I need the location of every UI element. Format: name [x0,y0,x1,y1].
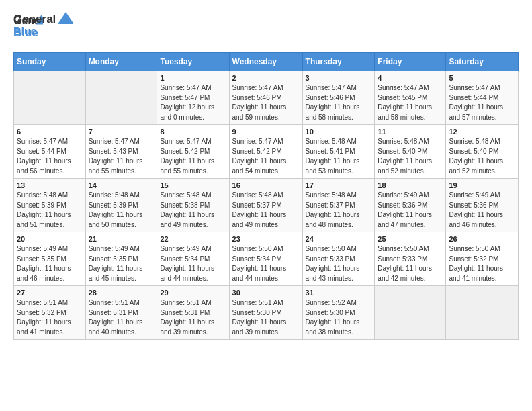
day-number: 8 [160,128,226,136]
day-number: 22 [160,235,226,243]
calendar-header-tuesday: Tuesday [157,53,229,71]
day-info: Sunrise: 5:48 AMSunset: 5:41 PMDaylight:… [306,137,372,176]
logo-svg: General Blue [13,11,81,44]
day-info: Sunrise: 5:48 AMSunset: 5:38 PMDaylight:… [160,191,226,230]
day-info: Sunrise: 5:51 AMSunset: 5:31 PMDaylight:… [89,298,154,337]
day-info: Sunrise: 5:48 AMSunset: 5:37 PMDaylight:… [232,191,300,230]
day-info: Sunrise: 5:52 AMSunset: 5:30 PMDaylight:… [306,298,372,337]
day-number: 2 [232,74,300,82]
calendar-cell: 7Sunrise: 5:47 AMSunset: 5:43 PMDaylight… [85,125,157,179]
calendar-week-2: 6Sunrise: 5:47 AMSunset: 5:44 PMDaylight… [14,125,519,179]
calendar-header-thursday: Thursday [302,53,375,71]
day-number: 21 [89,235,154,243]
calendar-cell: 13Sunrise: 5:48 AMSunset: 5:39 PMDayligh… [14,179,86,232]
day-number: 13 [17,181,83,189]
calendar-cell: 5Sunrise: 5:47 AMSunset: 5:44 PMDaylight… [446,71,519,125]
day-info: Sunrise: 5:47 AMSunset: 5:46 PMDaylight:… [232,83,300,122]
calendar-cell: 31Sunrise: 5:52 AMSunset: 5:30 PMDayligh… [302,286,375,340]
calendar-cell: 26Sunrise: 5:50 AMSunset: 5:32 PMDayligh… [446,232,519,286]
calendar-week-5: 27Sunrise: 5:51 AMSunset: 5:32 PMDayligh… [14,286,519,340]
calendar-header-monday: Monday [85,53,157,71]
svg-text:General: General [13,13,56,26]
calendar-cell [14,71,86,125]
day-number: 27 [17,289,83,297]
day-info: Sunrise: 5:47 AMSunset: 5:46 PMDaylight:… [306,83,372,122]
calendar-cell: 10Sunrise: 5:48 AMSunset: 5:41 PMDayligh… [302,125,375,179]
calendar-cell: 24Sunrise: 5:50 AMSunset: 5:33 PMDayligh… [302,232,375,286]
calendar-week-3: 13Sunrise: 5:48 AMSunset: 5:39 PMDayligh… [14,179,519,232]
day-number: 9 [232,128,300,136]
calendar-cell: 2Sunrise: 5:47 AMSunset: 5:46 PMDaylight… [229,71,302,125]
calendar-cell: 14Sunrise: 5:48 AMSunset: 5:39 PMDayligh… [85,179,157,232]
day-number: 1 [160,74,226,82]
calendar-cell: 29Sunrise: 5:51 AMSunset: 5:31 PMDayligh… [157,286,229,340]
day-number: 11 [378,128,443,136]
day-number: 20 [17,235,83,243]
day-info: Sunrise: 5:49 AMSunset: 5:35 PMDaylight:… [17,244,83,283]
calendar-cell [375,286,446,340]
calendar-header-row: SundayMondayTuesdayWednesdayThursdayFrid… [14,53,519,71]
day-info: Sunrise: 5:51 AMSunset: 5:32 PMDaylight:… [17,298,83,337]
day-number: 3 [306,74,372,82]
day-info: Sunrise: 5:48 AMSunset: 5:37 PMDaylight:… [306,191,372,230]
calendar-cell: 4Sunrise: 5:47 AMSunset: 5:45 PMDaylight… [375,71,446,125]
day-info: Sunrise: 5:49 AMSunset: 5:34 PMDaylight:… [160,244,226,283]
day-number: 17 [306,181,372,189]
day-number: 25 [378,235,443,243]
calendar-cell: 18Sunrise: 5:49 AMSunset: 5:36 PMDayligh… [375,179,446,232]
calendar-cell: 11Sunrise: 5:48 AMSunset: 5:40 PMDayligh… [375,125,446,179]
calendar-cell: 15Sunrise: 5:48 AMSunset: 5:38 PMDayligh… [157,179,229,232]
calendar-table: SundayMondayTuesdayWednesdayThursdayFrid… [13,52,519,340]
day-number: 30 [232,289,300,297]
calendar-cell: 28Sunrise: 5:51 AMSunset: 5:31 PMDayligh… [85,286,157,340]
page: General Blue General Blue SundayMondayTu… [0,0,532,411]
day-info: Sunrise: 5:48 AMSunset: 5:40 PMDaylight:… [449,137,515,176]
day-info: Sunrise: 5:47 AMSunset: 5:45 PMDaylight:… [378,83,443,122]
day-info: Sunrise: 5:51 AMSunset: 5:31 PMDaylight:… [160,298,226,337]
day-number: 16 [232,181,300,189]
day-number: 4 [378,74,443,82]
calendar-cell: 3Sunrise: 5:47 AMSunset: 5:46 PMDaylight… [302,71,375,125]
day-number: 29 [160,289,226,297]
day-number: 23 [232,235,300,243]
day-info: Sunrise: 5:49 AMSunset: 5:35 PMDaylight:… [89,244,154,283]
calendar-header-friday: Friday [375,53,446,71]
calendar-cell: 22Sunrise: 5:49 AMSunset: 5:34 PMDayligh… [157,232,229,286]
calendar-header-wednesday: Wednesday [229,53,302,71]
day-info: Sunrise: 5:51 AMSunset: 5:30 PMDaylight:… [232,298,300,337]
day-number: 14 [89,181,154,189]
calendar-cell [446,286,519,340]
day-info: Sunrise: 5:48 AMSunset: 5:39 PMDaylight:… [89,191,154,230]
calendar-week-1: 1Sunrise: 5:47 AMSunset: 5:47 PMDaylight… [14,71,519,125]
day-number: 18 [378,181,443,189]
calendar-cell: 30Sunrise: 5:51 AMSunset: 5:30 PMDayligh… [229,286,302,340]
calendar-header-sunday: Sunday [14,53,86,71]
calendar-cell: 27Sunrise: 5:51 AMSunset: 5:32 PMDayligh… [14,286,86,340]
day-number: 7 [89,128,154,136]
calendar-cell: 9Sunrise: 5:47 AMSunset: 5:42 PMDaylight… [229,125,302,179]
day-number: 26 [449,235,515,243]
day-number: 15 [160,181,226,189]
calendar-cell: 21Sunrise: 5:49 AMSunset: 5:35 PMDayligh… [85,232,157,286]
day-number: 31 [306,289,372,297]
day-info: Sunrise: 5:50 AMSunset: 5:33 PMDaylight:… [378,244,443,283]
day-number: 28 [89,289,154,297]
day-info: Sunrise: 5:47 AMSunset: 5:43 PMDaylight:… [89,137,154,176]
day-number: 6 [17,128,83,136]
svg-marker-4 [58,12,74,24]
calendar-cell: 17Sunrise: 5:48 AMSunset: 5:37 PMDayligh… [302,179,375,232]
day-number: 5 [449,74,515,82]
day-info: Sunrise: 5:47 AMSunset: 5:42 PMDaylight:… [232,137,300,176]
day-info: Sunrise: 5:47 AMSunset: 5:44 PMDaylight:… [17,137,83,176]
day-number: 10 [306,128,372,136]
calendar-cell: 20Sunrise: 5:49 AMSunset: 5:35 PMDayligh… [14,232,86,286]
day-info: Sunrise: 5:49 AMSunset: 5:36 PMDaylight:… [449,191,515,230]
calendar-cell: 16Sunrise: 5:48 AMSunset: 5:37 PMDayligh… [229,179,302,232]
calendar-header-saturday: Saturday [446,53,519,71]
calendar-cell: 8Sunrise: 5:47 AMSunset: 5:42 PMDaylight… [157,125,229,179]
day-info: Sunrise: 5:50 AMSunset: 5:34 PMDaylight:… [232,244,300,283]
calendar-cell: 23Sunrise: 5:50 AMSunset: 5:34 PMDayligh… [229,232,302,286]
day-number: 24 [306,235,372,243]
calendar-cell: 12Sunrise: 5:48 AMSunset: 5:40 PMDayligh… [446,125,519,179]
calendar-cell: 25Sunrise: 5:50 AMSunset: 5:33 PMDayligh… [375,232,446,286]
